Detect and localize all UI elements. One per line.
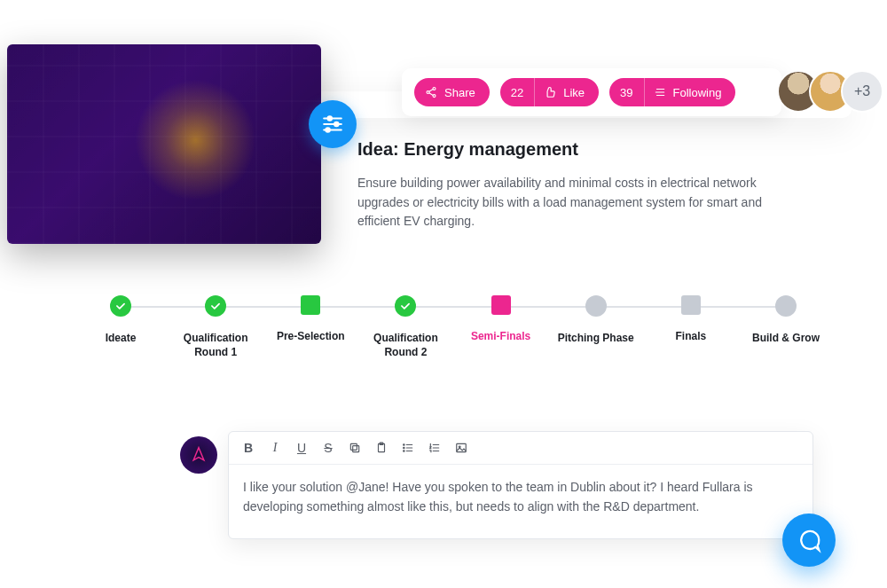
stage-item[interactable]: Finals: [652, 295, 730, 359]
stage-marker: [301, 295, 320, 315]
stage-label: Semi-Finals: [471, 329, 530, 343]
bullet-list-button[interactable]: [401, 442, 415, 454]
stage-label: Ideate: [106, 331, 137, 345]
svg-line-9: [429, 90, 433, 92]
list-icon: [654, 86, 666, 98]
stage-label: Pitching Phase: [558, 331, 634, 345]
copy-icon: [349, 442, 361, 454]
italic-button[interactable]: I: [268, 441, 282, 455]
chat-button[interactable]: [782, 514, 836, 567]
image-button[interactable]: [454, 442, 468, 454]
share-button[interactable]: Share: [414, 78, 490, 106]
svg-point-8: [433, 95, 436, 98]
svg-rect-14: [353, 446, 359, 452]
stage-marker: [775, 295, 797, 317]
stage-item[interactable]: Qualification Round 1: [177, 295, 255, 359]
svg-rect-15: [350, 443, 357, 450]
hero-image: [7, 44, 321, 244]
share-label: Share: [444, 86, 475, 99]
underline-button[interactable]: U: [294, 441, 309, 455]
compass-icon: [190, 446, 208, 464]
action-pill-row: Share 22 Like 39 Following: [402, 68, 781, 116]
avatar-overflow-count: +3: [854, 83, 870, 99]
settings-button[interactable]: [309, 100, 357, 148]
follow-label: Following: [673, 86, 722, 99]
stage-label: Finals: [676, 329, 707, 343]
like-label: Like: [563, 86, 585, 99]
share-icon: [425, 86, 437, 98]
stage-item[interactable]: Build & Grow: [747, 295, 825, 359]
stage-track: IdeateQualification Round 1Pre-Selection…: [82, 295, 825, 359]
idea-block: Idea: Energy management Ensure building …: [357, 139, 797, 231]
svg-line-10: [429, 93, 433, 96]
stage-label: Build & Grow: [752, 331, 820, 345]
like-count: 22: [500, 78, 535, 106]
image-icon: [455, 442, 467, 454]
stage-label: Qualification Round 1: [177, 331, 255, 359]
stage-item[interactable]: Ideate: [82, 295, 160, 359]
svg-rect-27: [457, 443, 467, 451]
svg-point-7: [427, 91, 429, 94]
chat-icon: [796, 527, 822, 553]
editor-toolbar: B I U S: [229, 432, 812, 465]
like-button[interactable]: 22 Like: [500, 78, 599, 106]
avatar-stack: +3: [788, 70, 883, 113]
stage-label: Pre-Selection: [277, 329, 345, 343]
composer-text[interactable]: I like your solution @Jane! Have you spo…: [229, 465, 812, 538]
stage-marker: [491, 295, 511, 315]
paste-button[interactable]: [374, 442, 389, 454]
stage-marker: [585, 295, 607, 317]
stage-item[interactable]: Qualification Round 2: [366, 295, 444, 359]
hero-image-overlay: [7, 44, 321, 244]
svg-point-20: [404, 447, 404, 448]
stage-item[interactable]: Pitching Phase: [557, 295, 635, 359]
stage-item[interactable]: Semi-Finals: [462, 295, 540, 359]
follow-count: 39: [609, 78, 644, 106]
numbered-list-button[interactable]: [428, 442, 442, 454]
idea-title: Idea: Energy management: [357, 139, 797, 160]
strikethrough-button[interactable]: S: [321, 441, 335, 455]
svg-point-1: [328, 116, 332, 120]
stage-marker: [681, 295, 701, 315]
stage-marker: [205, 295, 226, 317]
numbered-list-icon: [428, 442, 441, 454]
bullet-list-icon: [402, 442, 414, 454]
svg-point-22: [404, 451, 404, 451]
stage-marker: [395, 295, 416, 317]
svg-point-5: [326, 128, 329, 131]
svg-point-3: [334, 122, 338, 126]
thumbs-up-icon: [544, 86, 556, 98]
paste-icon: [375, 442, 388, 454]
follow-button[interactable]: 39 Following: [609, 78, 735, 106]
copy-button[interactable]: [348, 442, 362, 454]
bold-button[interactable]: B: [241, 441, 255, 455]
comment-composer-wrap: B I U S I like your solution @Jane! Have…: [180, 431, 813, 539]
avatar-overflow[interactable]: +3: [841, 70, 883, 113]
sliders-icon: [321, 113, 344, 136]
stage-item[interactable]: Pre-Selection: [271, 295, 349, 359]
stage-label: Qualification Round 2: [366, 331, 444, 359]
svg-point-6: [433, 87, 436, 90]
svg-point-18: [404, 444, 404, 445]
stage-marker: [110, 295, 131, 317]
composer-avatar: [180, 436, 217, 474]
idea-description: Ensure building power availability and m…: [357, 174, 797, 231]
comment-composer[interactable]: B I U S I like your solution @Jane! Have…: [228, 431, 813, 539]
